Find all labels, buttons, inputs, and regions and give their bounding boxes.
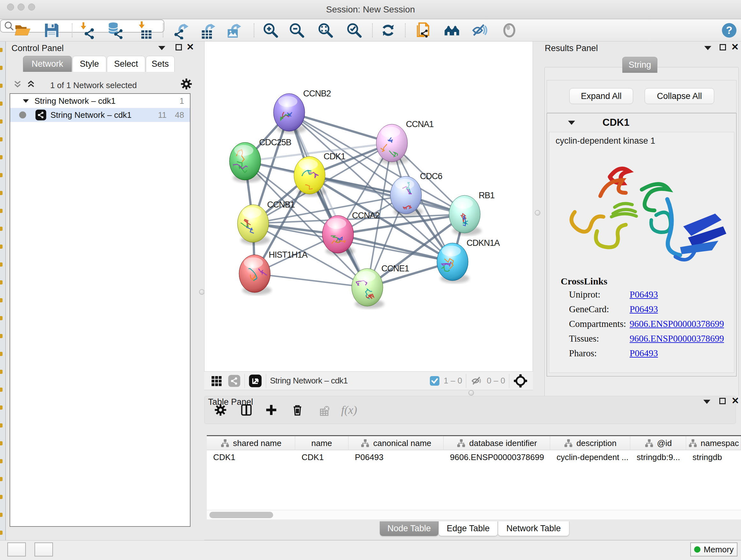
tab-node-table[interactable]: Node Table (380, 521, 439, 536)
crosslink-link[interactable]: 9606.ENSP00000378699 (630, 319, 724, 329)
window-title: Session: New Session (0, 4, 741, 15)
open-session-icon[interactable] (14, 21, 31, 39)
tab-edge-table[interactable]: Edge Table (439, 521, 498, 536)
selected-checkbox-icon[interactable] (429, 376, 440, 386)
collapse-all-button[interactable]: Collapse All (645, 88, 714, 104)
add-column-icon[interactable] (265, 403, 278, 417)
string-network-icon (35, 109, 47, 121)
import-network-file-icon[interactable] (78, 21, 96, 39)
background-icon-sliver (0, 406, 3, 410)
crosslink-link[interactable]: P06493 (630, 348, 658, 359)
warning-button[interactable] (35, 543, 53, 557)
table-cell[interactable]: stringdb (686, 451, 741, 463)
network-canvas[interactable]: CCNB2CCNA1CDC25BCDK1CDC6RB1CCNB1CCNA2CDK… (204, 42, 533, 371)
crosslink-link[interactable]: P06493 (630, 304, 658, 314)
scrollbar-thumb[interactable] (209, 512, 273, 518)
node-CDC6[interactable]: CDC6 (390, 172, 442, 216)
tab-string[interactable]: String (622, 57, 657, 73)
table-cell[interactable]: CDK1 (207, 451, 295, 463)
refresh-layout-icon[interactable] (379, 21, 397, 39)
table-panel-float-icon[interactable] (719, 398, 726, 404)
table-horizontal-scrollbar[interactable] (207, 510, 741, 519)
node-HIST1H1A[interactable]: HIST1H1A (239, 250, 308, 295)
eye-disabled-icon[interactable] (500, 21, 518, 39)
node-CCNA1[interactable]: CCNA1 (376, 119, 434, 165)
results-panel-menu-icon[interactable] (704, 46, 711, 50)
edge-CCNE1-HIST1H1A[interactable] (255, 273, 367, 287)
share-gray-icon[interactable] (228, 374, 241, 387)
network-collection-row[interactable]: String Network – cdk1 1 (10, 94, 190, 108)
hidden-eye-icon[interactable] (470, 374, 483, 388)
birdseye-toggle-icon[interactable] (249, 374, 262, 388)
zoom-selected-icon[interactable] (345, 21, 363, 39)
column-label: database identifier (469, 438, 537, 448)
table-cell[interactable]: cyclin-dependent ... (550, 451, 630, 463)
edge-CCNB2-CCNE1[interactable] (289, 112, 367, 287)
tab-select[interactable]: Select (107, 56, 145, 72)
export-network-icon[interactable] (172, 21, 190, 39)
tab-network[interactable]: Network (23, 56, 72, 72)
column-header--id[interactable]: @id (630, 436, 686, 450)
tab-style[interactable]: Style (72, 56, 106, 72)
control-panel-close-icon[interactable]: ✕ (186, 44, 194, 50)
table-panel-menu-icon[interactable] (703, 400, 711, 404)
crosslink-link[interactable]: 9606.ENSP00000378699 (630, 333, 724, 344)
column-header-canonical-name[interactable]: canonical name (348, 436, 444, 450)
export-image-icon[interactable] (224, 21, 242, 39)
expand-all-chevron-icon[interactable] (25, 78, 37, 89)
horizontal-splitter-handle[interactable] (468, 390, 474, 395)
column-header-description[interactable]: description (550, 436, 630, 450)
node-CDKN1A[interactable]: CDKN1A (437, 238, 500, 283)
column-header-shared-name[interactable]: shared name (207, 436, 295, 450)
gene-section-header[interactable]: CDK1 (547, 113, 736, 132)
node-RB1[interactable]: RB1 (449, 191, 495, 236)
help-icon[interactable]: ? (720, 21, 738, 39)
node-CCNB2[interactable]: CCNB2 (273, 89, 331, 134)
table-cell[interactable]: 9606.ENSP00000378699 (444, 451, 550, 463)
column-header-namespac[interactable]: namespac (686, 436, 741, 450)
houses-icon[interactable] (443, 21, 461, 39)
string-network-graph[interactable]: CCNB2CCNA1CDC25BCDK1CDC6RB1CCNB1CCNA2CDK… (205, 42, 533, 371)
string-document-icon[interactable] (415, 21, 433, 39)
grid-view-icon[interactable] (210, 374, 223, 387)
crosslink-link[interactable]: P06493 (630, 289, 658, 300)
tab-network-table[interactable]: Network Table (498, 521, 569, 536)
right-splitter-handle[interactable] (535, 210, 540, 215)
crosshair-icon[interactable] (513, 374, 528, 388)
node-CDC25B[interactable]: CDC25B (229, 138, 291, 183)
hide-graphics-icon[interactable] (470, 21, 488, 39)
node-CCNE1[interactable]: CCNE1 (352, 264, 409, 309)
table-cell[interactable]: stringdb:9... (630, 451, 686, 463)
gear-icon[interactable] (180, 77, 193, 91)
collection-expand-icon[interactable] (23, 99, 29, 103)
column-header-database-identifier[interactable]: database identifier (444, 436, 550, 450)
save-session-icon[interactable] (43, 21, 61, 39)
network-row-label: String Network – cdk1 (51, 110, 131, 120)
zoom-out-icon[interactable] (288, 21, 306, 39)
gene-collapse-icon[interactable] (568, 121, 575, 125)
trash-icon[interactable] (291, 403, 304, 417)
table-cell[interactable]: CDK1 (295, 451, 348, 463)
import-network-database-icon[interactable] (106, 21, 124, 39)
memory-button[interactable]: Memory (690, 543, 738, 557)
table-panel-close-icon[interactable]: ✕ (731, 397, 739, 404)
control-panel-float-icon[interactable] (176, 44, 182, 51)
zoom-fit-icon[interactable] (317, 21, 334, 39)
tab-sets[interactable]: Sets (146, 56, 175, 72)
left-splitter-handle[interactable] (199, 289, 205, 295)
import-table-icon[interactable] (135, 21, 152, 39)
results-panel-close-icon[interactable]: ✕ (731, 44, 739, 50)
results-panel-float-icon[interactable] (720, 44, 726, 51)
expand-all-button[interactable]: Expand All (569, 88, 633, 104)
control-panel-menu-icon[interactable] (158, 46, 165, 50)
protein-structure-image (562, 151, 728, 279)
export-table-icon[interactable] (199, 21, 216, 39)
collapse-all-chevron-icon[interactable] (12, 78, 23, 89)
network-row-selected[interactable]: String Network – cdk1 11 48 (10, 108, 190, 122)
table-cell[interactable]: P06493 (348, 451, 444, 463)
node-CCNA2[interactable]: CCNA2 (322, 211, 380, 256)
zoom-in-icon[interactable] (262, 21, 280, 39)
column-header-name[interactable]: name (295, 436, 348, 450)
cloud-button[interactable] (7, 543, 26, 557)
node-table[interactable]: shared namenamecanonical namedatabase id… (207, 435, 741, 510)
